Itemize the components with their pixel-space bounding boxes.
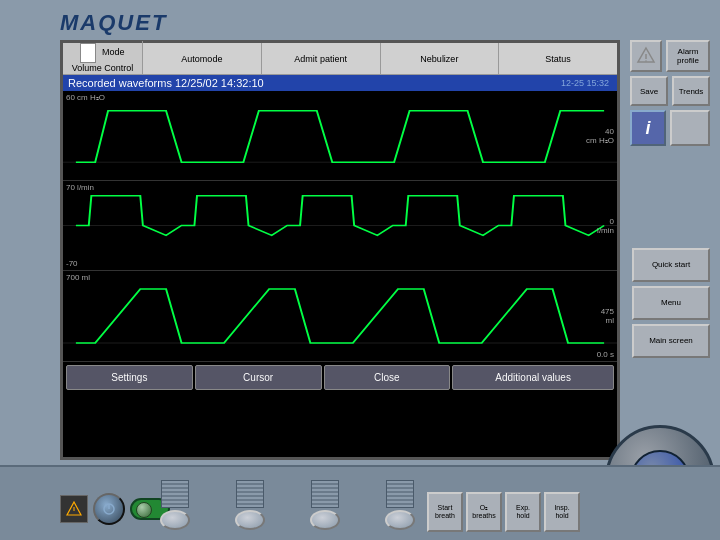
info-row: i: [630, 110, 710, 146]
slider-1-knob[interactable]: [160, 510, 190, 530]
volume-svg: [63, 271, 617, 361]
waveform-title: Recorded waveforms 12/25/02 14:32:10: [68, 77, 264, 89]
volume-scale-time: 0.0 s: [597, 350, 614, 359]
slider-1: [160, 480, 190, 530]
svg-point-5: [645, 60, 647, 62]
main-screen-button[interactable]: Main screen: [632, 324, 710, 358]
insp-hold-button[interactable]: Insp. hold: [544, 492, 580, 532]
mode-display: Mode Volume Control: [63, 41, 143, 76]
bottom-right-buttons: Start breath O₂ breaths Exp. hold Insp. …: [427, 492, 580, 532]
pressure-svg: [63, 91, 617, 180]
start-breath-button[interactable]: Start breath: [427, 492, 463, 532]
additional-values-button[interactable]: Additional values: [452, 365, 614, 390]
power-button[interactable]: [93, 493, 125, 525]
slider-area: [160, 480, 415, 530]
pressure-scale-right: 40 cm H₂O: [586, 127, 614, 145]
pressure-waveform-panel: 60 cm H₂O 40 cm H₂O: [63, 91, 617, 181]
time-status: 12-25 15:32: [561, 77, 612, 89]
brand-logo: MAQUET: [60, 10, 167, 36]
alarm-icon-btn[interactable]: [630, 40, 662, 72]
pressure-scale-top: 60 cm H₂O: [66, 93, 105, 102]
placeholder-btn: [670, 110, 710, 146]
cursor-button[interactable]: Cursor: [195, 365, 322, 390]
toggle-knob: [136, 502, 152, 518]
nav-bar: Mode Volume Control Automode Admit patie…: [63, 43, 617, 75]
device-body: MAQUET Mode Volume Control Automode Admi…: [0, 0, 720, 540]
slider-4: [385, 480, 415, 530]
save-button[interactable]: Save: [630, 76, 668, 106]
slider-3-lines: [311, 480, 339, 508]
save-trends-row: Save Trends: [630, 76, 710, 106]
exp-hold-button[interactable]: Exp. hold: [505, 492, 541, 532]
slider-1-lines: [161, 480, 189, 508]
quick-start-button[interactable]: Quick start: [632, 248, 710, 282]
automode-button[interactable]: Automode: [143, 43, 262, 74]
menu-button[interactable]: Menu: [632, 286, 710, 320]
slider-4-lines: [386, 480, 414, 508]
bottom-area: Start breath O₂ breaths Exp. hold Insp. …: [0, 465, 720, 540]
screen-bottom-buttons: Settings Cursor Close Additional values: [63, 361, 617, 393]
slider-4-knob[interactable]: [385, 510, 415, 530]
settings-button[interactable]: Settings: [66, 365, 193, 390]
flow-scale-right: 0 l/min: [597, 217, 614, 235]
main-screen: Mode Volume Control Automode Admit patie…: [60, 40, 620, 460]
slider-3: [310, 480, 340, 530]
flow-waveform-panel: 70 l/min 0 l/min -70: [63, 181, 617, 271]
close-button[interactable]: Close: [324, 365, 451, 390]
alarm-triangle-icon: [66, 501, 82, 517]
info-button[interactable]: i: [630, 110, 666, 146]
flow-svg: [63, 181, 617, 270]
status-display: Status: [499, 43, 617, 74]
trends-button[interactable]: Trends: [672, 76, 710, 106]
right-panel: Alarm profile Save Trends i: [630, 40, 710, 146]
alarm-indicator: [60, 495, 88, 523]
side-function-buttons: Quick start Menu Main screen: [632, 248, 710, 358]
waveforms-container: 60 cm H₂O 40 cm H₂O 70 l/min 0: [63, 91, 617, 457]
alarm-profile-button[interactable]: Alarm profile: [666, 40, 710, 72]
slider-3-knob[interactable]: [310, 510, 340, 530]
o2-breaths-button[interactable]: O₂ breaths: [466, 492, 502, 532]
slider-2-lines: [236, 480, 264, 508]
volume-waveform-panel: 700 ml 475 ml 0.0 s: [63, 271, 617, 361]
alarm-row: Alarm profile: [630, 40, 710, 72]
volume-scale-top: 700 ml: [66, 273, 90, 282]
slider-2: [235, 480, 265, 530]
admit-patient-button[interactable]: Admit patient: [262, 43, 381, 74]
nebulizer-button[interactable]: Nebulizer: [381, 43, 500, 74]
volume-scale-right: 475 ml: [601, 307, 614, 325]
left-bottom-controls: [60, 493, 170, 525]
flow-scale-bottom: -70: [66, 259, 78, 268]
alarm-icon: [636, 46, 656, 66]
waveform-header: Recorded waveforms 12/25/02 14:32:10 12-…: [63, 75, 617, 91]
power-icon: [101, 501, 117, 517]
slider-2-knob[interactable]: [235, 510, 265, 530]
flow-scale-top: 70 l/min: [66, 183, 94, 192]
